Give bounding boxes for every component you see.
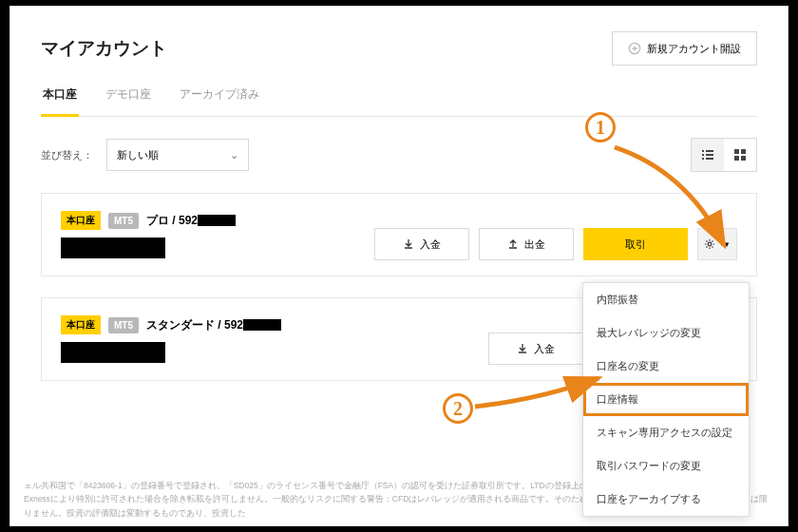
view-list-button[interactable] bbox=[692, 139, 724, 171]
svg-rect-9 bbox=[734, 156, 739, 161]
badge-platform: MT5 bbox=[108, 317, 139, 333]
svg-rect-10 bbox=[741, 156, 746, 161]
svg-rect-4 bbox=[706, 154, 713, 156]
trade-button[interactable]: 取引 bbox=[583, 228, 688, 260]
menu-leverage[interactable]: 最大レバレッジの変更 bbox=[583, 316, 749, 350]
new-account-label: 新規アカウント開設 bbox=[647, 42, 741, 56]
page-title: マイアカウント bbox=[41, 36, 167, 61]
svg-rect-1 bbox=[702, 150, 704, 152]
plus-icon bbox=[628, 42, 641, 55]
view-grid-button[interactable] bbox=[724, 139, 756, 171]
svg-rect-5 bbox=[702, 158, 704, 160]
redacted-balance bbox=[61, 238, 165, 258]
chevron-down-icon: ⌄ bbox=[230, 149, 238, 162]
menu-password[interactable]: 取引パスワードの変更 bbox=[583, 449, 749, 483]
account-name: スタンダード / 592 bbox=[146, 317, 281, 333]
svg-rect-3 bbox=[702, 154, 704, 156]
new-account-button[interactable]: 新規アカウント開設 bbox=[612, 31, 757, 66]
sort-value: 新しい順 bbox=[117, 148, 159, 162]
sort-label: 並び替え： bbox=[41, 148, 93, 162]
tab-real[interactable]: 本口座 bbox=[41, 86, 79, 117]
redacted bbox=[243, 319, 281, 331]
svg-rect-6 bbox=[706, 158, 713, 160]
sort-select[interactable]: 新しい順 ⌄ bbox=[106, 139, 249, 171]
svg-rect-8 bbox=[741, 149, 746, 154]
settings-button[interactable]: ▼ bbox=[697, 228, 737, 260]
menu-rename[interactable]: 口座名の変更 bbox=[583, 350, 749, 383]
deposit-button[interactable]: 入金 bbox=[488, 332, 583, 365]
tab-archive[interactable]: アーカイブ済み bbox=[178, 86, 261, 116]
menu-scan-access[interactable]: スキャン専用アクセスの設定 bbox=[583, 416, 749, 449]
badge-real: 本口座 bbox=[61, 211, 101, 230]
account-name: プロ / 592 bbox=[146, 213, 236, 229]
account-card: 本口座 MT5 プロ / 592 入金 出金 取引 ▼ bbox=[41, 193, 757, 276]
caret-down-icon: ▼ bbox=[723, 240, 731, 249]
svg-rect-2 bbox=[706, 150, 713, 152]
deposit-button[interactable]: 入金 bbox=[374, 228, 469, 260]
svg-point-11 bbox=[708, 242, 712, 246]
redacted-balance bbox=[61, 342, 165, 363]
gear-icon bbox=[704, 238, 715, 250]
withdraw-button[interactable]: 出金 bbox=[479, 228, 574, 260]
download-icon bbox=[403, 238, 414, 250]
upload-icon bbox=[507, 238, 519, 250]
menu-transfer[interactable]: 内部振替 bbox=[583, 283, 749, 316]
svg-rect-7 bbox=[734, 149, 739, 154]
view-toggle bbox=[691, 138, 757, 172]
badge-real: 本口座 bbox=[61, 315, 101, 334]
menu-account-info[interactable]: 口座情報 bbox=[583, 383, 749, 416]
settings-dropdown: 内部振替 最大レバレッジの変更 口座名の変更 口座情報 スキャン専用アクセスの設… bbox=[582, 282, 750, 517]
account-tabs: 本口座 デモ口座 アーカイブ済み bbox=[41, 86, 757, 117]
redacted bbox=[198, 215, 236, 226]
badge-platform: MT5 bbox=[108, 213, 139, 229]
download-icon bbox=[517, 343, 528, 354]
tab-demo[interactable]: デモ口座 bbox=[104, 86, 153, 116]
menu-archive[interactable]: 口座をアーカイブする bbox=[583, 483, 749, 516]
